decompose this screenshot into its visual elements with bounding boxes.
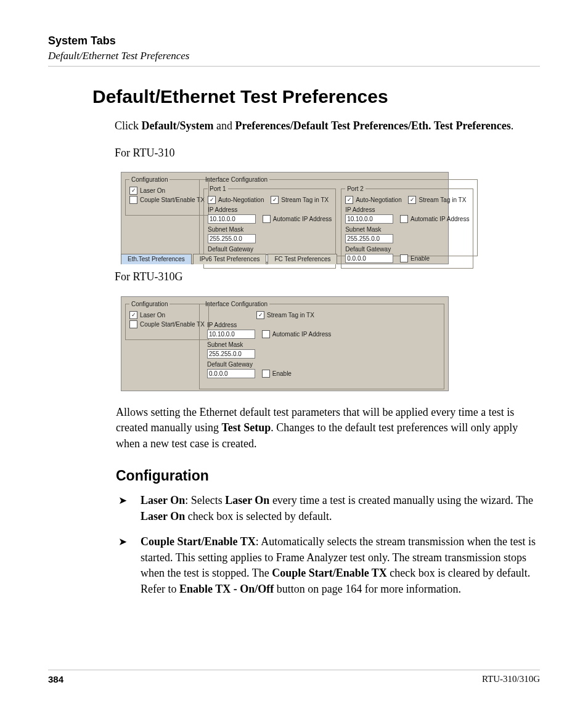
header-section: Default/Ethernet Test Preferences: [48, 50, 540, 62]
stream-tag-label: Stream Tag in TX: [267, 312, 314, 318]
screenshot-rtu310: Configuration Laser On Couple Start/Enab…: [121, 172, 449, 264]
auto-ip-checkbox[interactable]: [263, 215, 271, 223]
intro-paragraph: Click Default/System and Preferences/Def…: [115, 118, 540, 134]
bullet-lead: Laser On: [141, 494, 185, 506]
auto-ip-label: Automatic IP Address: [410, 216, 469, 222]
interface-config-legend: Interface Configuration: [203, 301, 269, 307]
port1-legend: Port 1: [208, 185, 228, 192]
stream-tag-label: Stream Tag in TX: [281, 197, 329, 203]
page-header: System Tabs Default/Ethernet Test Prefer…: [48, 34, 540, 67]
bullet-text: check box is selected by default.: [185, 510, 332, 522]
tab-eth-prefs[interactable]: Eth.Test Preferences: [121, 254, 192, 264]
bullet-bold: Couple Start/Enable TX: [272, 567, 387, 579]
auto-neg-checkbox[interactable]: [345, 196, 353, 204]
gateway-enable-label: Enable: [410, 255, 430, 262]
couple-checkbox[interactable]: [129, 320, 137, 328]
laser-on-label: Laser On: [140, 312, 165, 318]
bullet-list: Laser On: Selects Laser On every time a …: [116, 493, 540, 597]
laser-on-checkbox[interactable]: [129, 187, 137, 195]
stream-tag-checkbox[interactable]: [256, 311, 264, 319]
configuration-heading: Configuration: [116, 468, 540, 484]
couple-label: Couple Start/Enable TX: [140, 197, 205, 203]
stream-tag-checkbox[interactable]: [408, 196, 416, 204]
laser-on-checkbox[interactable]: [129, 311, 137, 319]
stream-tag-label: Stream Tag in TX: [419, 197, 466, 203]
header-rule: [48, 66, 540, 67]
tab-ipv6-prefs[interactable]: IPv6 Test Preferences: [193, 254, 267, 264]
bullet-lead: Couple Start/Enable TX: [141, 535, 256, 548]
subnet-label: Subnet Mask: [208, 226, 332, 233]
bullet-bold: Laser On: [225, 494, 269, 506]
port2-group: Port 2 Auto-Negotiation Stream Tag in TX…: [341, 185, 473, 269]
ip-input[interactable]: 10.10.0.0: [208, 214, 256, 224]
gateway-input[interactable]: 0.0.0.0: [207, 369, 255, 378]
subnet-input[interactable]: 255.255.0.0: [208, 234, 256, 243]
auto-ip-checkbox[interactable]: [262, 330, 270, 338]
page-footer: 384 RTU-310/310G: [48, 670, 540, 684]
intro-text: .: [511, 120, 514, 132]
ip-label: IP Address: [345, 206, 469, 213]
tab-bar: Eth.Test Preferences IPv6 Test Preferenc…: [121, 254, 338, 264]
auto-neg-checkbox[interactable]: [208, 196, 216, 204]
bullet-bold: Laser On: [141, 510, 185, 522]
gateway-label: Default Gateway: [207, 361, 440, 368]
subnet-input[interactable]: 255.255.0.0: [345, 234, 393, 243]
for-rtu310g-label: For RTU-310G: [115, 269, 540, 285]
page-title: Default/Ethernet Test Preferences: [92, 86, 540, 107]
couple-checkbox[interactable]: [129, 196, 137, 204]
intro-bold-2: Preferences/Default Test Preferences/Eth…: [235, 120, 510, 132]
gateway-enable-label: Enable: [272, 370, 292, 377]
auto-neg-label: Auto-Negotiation: [356, 197, 402, 203]
intro-text: Click: [115, 120, 142, 132]
header-chapter: System Tabs: [48, 34, 540, 47]
subnet-label: Subnet Mask: [345, 226, 469, 233]
screenshot-rtu310g: Configuration Laser On Couple Start/Enab…: [121, 296, 449, 391]
bullet-couple: Couple Start/Enable TX: Automatically se…: [116, 534, 540, 597]
ip-input[interactable]: 10.10.0.0: [207, 330, 255, 339]
stream-tag-checkbox[interactable]: [271, 196, 279, 204]
port2-legend: Port 2: [345, 185, 365, 192]
auto-ip-label: Automatic IP Address: [272, 331, 331, 338]
ip-label: IP Address: [208, 206, 332, 213]
desc-bold: Test Setup: [221, 421, 271, 434]
bullet-bold: Enable TX - On/Off: [179, 583, 274, 595]
footer-doc: RTU-310/310G: [482, 674, 540, 684]
bullet-text: : Selects: [185, 494, 225, 506]
interface-config-group: Interface Configuration Port 1 Auto-Nego…: [199, 176, 478, 256]
bullet-text: button on page 164 for more information.: [274, 583, 461, 595]
bullet-text: every time a test is created manually us…: [269, 494, 533, 506]
gateway-enable-checkbox[interactable]: [400, 254, 408, 262]
gateway-label: Default Gateway: [208, 246, 332, 253]
intro-text: and: [213, 120, 235, 132]
laser-on-label: Laser On: [140, 187, 165, 194]
gateway-label: Default Gateway: [345, 246, 469, 253]
tab-fc-prefs[interactable]: FC Test Preferences: [267, 254, 337, 264]
page-number: 384: [48, 674, 63, 684]
subnet-label: Subnet Mask: [207, 341, 440, 348]
for-rtu310-label: For RTU-310: [115, 145, 540, 161]
config-group: Configuration Laser On Couple Start/Enab…: [125, 301, 209, 340]
config-legend: Configuration: [129, 301, 169, 307]
couple-label: Couple Start/Enable TX: [140, 321, 205, 328]
ip-input[interactable]: 10.10.0.0: [345, 214, 393, 224]
auto-neg-label: Auto-Negotiation: [218, 197, 264, 203]
bullet-laser-on: Laser On: Selects Laser On every time a …: [116, 493, 540, 524]
config-group: Configuration Laser On Couple Start/Enab…: [125, 176, 209, 216]
description-paragraph: Allows setting the Ethernet default test…: [116, 405, 540, 452]
interface-config-legend: Interface Configuration: [203, 176, 269, 183]
ip-label: IP Address: [207, 322, 440, 328]
interface-config-group: Interface Configuration Stream Tag in TX…: [199, 301, 444, 389]
gateway-enable-checkbox[interactable]: [262, 370, 270, 378]
config-legend: Configuration: [129, 176, 169, 183]
intro-bold-1: Default/System: [142, 120, 214, 132]
auto-ip-label: Automatic IP Address: [273, 216, 332, 222]
gateway-input[interactable]: 0.0.0.0: [345, 254, 393, 263]
auto-ip-checkbox[interactable]: [400, 215, 408, 223]
subnet-input[interactable]: 255.255.0.0: [207, 349, 255, 359]
